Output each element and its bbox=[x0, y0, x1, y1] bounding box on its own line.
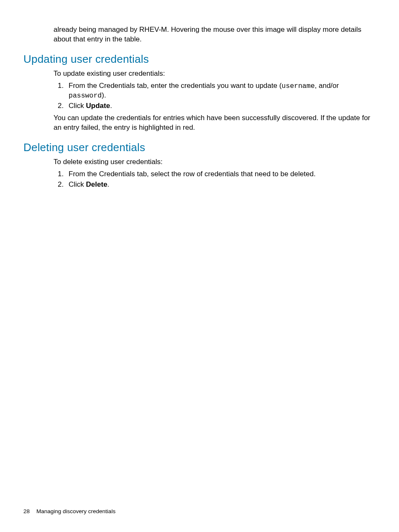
document-content: already being managed by RHEV-M. Hoverin… bbox=[23, 25, 376, 190]
deleting-lead: To delete existing user credentials: bbox=[54, 157, 376, 167]
step1-code-password: password bbox=[69, 92, 102, 100]
updating-step-2: Click Update. bbox=[54, 101, 376, 111]
heading-updating: Updating user credentials bbox=[23, 52, 376, 67]
updating-after: You can update the credentials for entri… bbox=[54, 113, 376, 133]
updating-steps: From the Credentials tab, enter the cred… bbox=[54, 81, 376, 111]
page-footer: 28Managing discovery credentials bbox=[23, 508, 115, 515]
delete-step2-bold: Delete bbox=[86, 180, 107, 188]
heading-deleting: Deleting user credentials bbox=[23, 140, 376, 155]
deleting-step-2: Click Delete. bbox=[54, 180, 376, 190]
step1-text-pre: From the Credentials tab, enter the cred… bbox=[69, 82, 281, 90]
deleting-block: To delete existing user credentials: Fro… bbox=[54, 157, 376, 190]
updating-step-1: From the Credentials tab, enter the cred… bbox=[54, 81, 376, 101]
step2-text-pre: Click bbox=[69, 102, 86, 110]
document-page: already being managed by RHEV-M. Hoverin… bbox=[0, 0, 399, 532]
step2-bold-update: Update bbox=[86, 102, 110, 110]
intro-block: already being managed by RHEV-M. Hoverin… bbox=[54, 25, 376, 44]
delete-step2-post: . bbox=[107, 180, 110, 188]
step1-code-username: username bbox=[281, 82, 315, 90]
deleting-steps: From the Credentials tab, select the row… bbox=[54, 170, 376, 190]
step1-text-post: ). bbox=[102, 91, 106, 99]
updating-lead: To update existing user credentials: bbox=[54, 69, 376, 79]
updating-block: To update existing user credentials: Fro… bbox=[54, 69, 376, 133]
footer-title: Managing discovery credentials bbox=[36, 508, 115, 514]
deleting-step-1: From the Credentials tab, select the row… bbox=[54, 170, 376, 179]
step1-text-mid: , and/or bbox=[315, 82, 339, 90]
delete-step2-pre: Click bbox=[69, 180, 86, 188]
page-number: 28 bbox=[23, 508, 30, 514]
intro-paragraph: already being managed by RHEV-M. Hoverin… bbox=[54, 25, 376, 44]
step2-text-post: . bbox=[110, 102, 112, 110]
